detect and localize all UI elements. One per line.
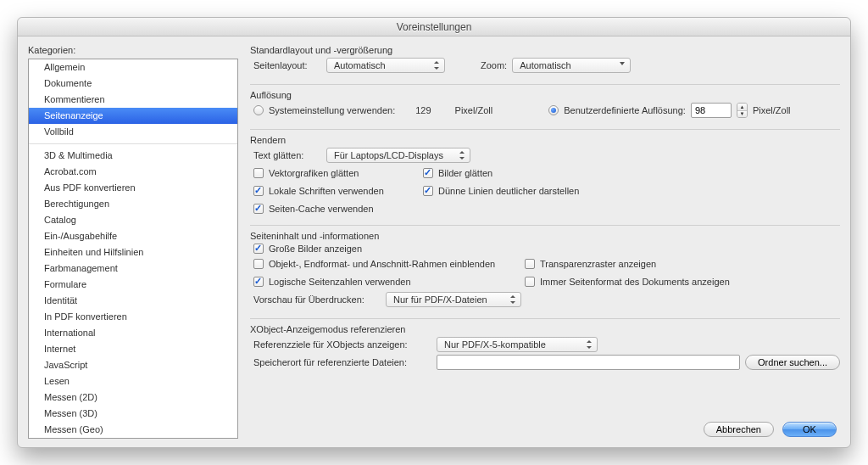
categories-label: Kategorien: — [28, 45, 238, 55]
category-item[interactable]: Catalog — [29, 212, 237, 228]
section-render: Rendern Text glätten: Für Laptops/LCD-Di… — [250, 135, 840, 216]
category-item[interactable]: Internet — [29, 341, 237, 357]
logical-pages-checkbox[interactable] — [253, 277, 264, 287]
category-item[interactable]: In PDF konvertieren — [29, 309, 237, 325]
overprint-select[interactable]: Nur für PDF/X-Dateien — [386, 292, 521, 307]
frames-checkbox[interactable] — [253, 259, 264, 269]
category-item[interactable]: Lesen — [29, 373, 237, 389]
section-content: Seiteninhalt und -informationen Große Bi… — [250, 231, 840, 310]
section-resolution-title: Auflösung — [250, 90, 840, 100]
xobject-targets-select[interactable]: Nur PDF/X-5-kompatible — [437, 337, 598, 352]
custom-resolution-radio[interactable] — [548, 105, 559, 115]
category-item[interactable]: Dokumente — [29, 76, 237, 92]
category-item[interactable]: Seitenanzeige — [29, 108, 237, 124]
system-resolution-unit: Pixel/Zoll — [455, 105, 493, 115]
category-item[interactable]: Aus PDF konvertieren — [29, 180, 237, 196]
system-resolution-label: Systemeinstellung verwenden: — [269, 105, 395, 115]
big-images-checkbox[interactable] — [253, 244, 264, 254]
custom-resolution-unit: Pixel/Zoll — [753, 105, 791, 115]
page-layout-select[interactable]: Automatisch — [326, 58, 445, 73]
section-xobject-title: XObject-Anzeigemodus referenzieren — [250, 324, 840, 334]
category-item[interactable]: Einheiten und Hilfslinien — [29, 244, 237, 261]
cancel-button[interactable]: Abbrechen — [704, 422, 774, 437]
local-fonts-checkbox[interactable] — [253, 186, 264, 196]
category-item[interactable]: Kommentieren — [29, 92, 237, 108]
custom-resolution-label: Benutzerdefinierte Auflösung: — [564, 105, 686, 115]
zoom-label: Zoom: — [481, 60, 507, 70]
section-resolution: Auflösung Systemeinstellung verwenden: 1… — [250, 90, 840, 120]
category-item[interactable]: Allgemein — [29, 59, 237, 76]
window-title: Voreinstellungen — [18, 18, 850, 36]
section-render-title: Rendern — [250, 135, 840, 145]
category-item[interactable]: Farbmanagement — [29, 261, 237, 277]
transparency-grid-checkbox[interactable] — [525, 259, 535, 269]
overprint-label: Vorschau für Überdrucken: — [253, 294, 381, 305]
content-area: Kategorien: AllgemeinDokumenteKommentier… — [18, 36, 850, 447]
system-resolution-value: 129 — [415, 105, 431, 115]
page-layout-label: Seitenlayout: — [253, 60, 321, 70]
browse-folder-button[interactable]: Ordner suchen... — [745, 355, 840, 370]
section-xobject: XObject-Anzeigemodus referenzieren Refer… — [250, 324, 840, 373]
category-item[interactable]: JavaScript — [29, 357, 237, 373]
preferences-window: Voreinstellungen Kategorien: AllgemeinDo… — [17, 17, 851, 448]
category-item[interactable]: Multimedia (ältere Versionen) — [29, 438, 237, 439]
system-resolution-radio[interactable] — [253, 105, 264, 115]
sidebar: Kategorien: AllgemeinDokumenteKommentier… — [28, 45, 238, 439]
thin-lines-checkbox[interactable] — [423, 186, 433, 196]
smooth-images-checkbox[interactable] — [423, 168, 433, 178]
smooth-text-select[interactable]: Für Laptops/LCD-Displays — [326, 148, 470, 163]
categories-list[interactable]: AllgemeinDokumenteKommentierenSeitenanze… — [28, 59, 238, 439]
category-item[interactable]: 3D & Multimedia — [29, 148, 237, 164]
custom-resolution-field[interactable] — [691, 103, 732, 118]
smooth-vector-checkbox[interactable] — [253, 168, 264, 178]
category-item[interactable]: Ein-/Ausgabehilfe — [29, 228, 237, 244]
page-cache-checkbox[interactable] — [253, 204, 264, 214]
settings-panel: Standardlayout und -vergrößerung Seitenl… — [250, 45, 840, 439]
category-item[interactable]: International — [29, 325, 237, 341]
xobject-targets-label: Referenzziele für XObjects anzeigen: — [253, 339, 431, 350]
section-layout: Standardlayout und -vergrößerung Seitenl… — [250, 45, 840, 76]
category-item[interactable]: Messen (Geo) — [29, 422, 237, 438]
smooth-text-label: Text glätten: — [253, 150, 321, 160]
always-page-format-checkbox[interactable] — [525, 277, 535, 287]
ok-button[interactable]: OK — [782, 422, 837, 437]
xobject-path-label: Speicherort für referenzierte Dateien: — [253, 357, 431, 367]
zoom-select[interactable]: Automatisch — [512, 58, 631, 73]
xobject-path-field[interactable] — [437, 355, 740, 370]
section-layout-title: Standardlayout und -vergrößerung — [250, 45, 840, 55]
dialog-footer: Abbrechen OK — [250, 422, 840, 439]
category-item[interactable]: Vollbild — [29, 124, 237, 140]
custom-resolution-stepper[interactable]: ▲▼ — [737, 103, 748, 118]
category-item[interactable]: Acrobat.com — [29, 164, 237, 180]
category-item[interactable]: Messen (2D) — [29, 389, 237, 406]
category-item[interactable]: Messen (3D) — [29, 406, 237, 422]
section-content-title: Seiteninhalt und -informationen — [250, 231, 840, 241]
category-divider — [29, 143, 237, 144]
category-item[interactable]: Formulare — [29, 277, 237, 293]
category-item[interactable]: Berechtigungen — [29, 196, 237, 212]
category-item[interactable]: Identität — [29, 293, 237, 309]
